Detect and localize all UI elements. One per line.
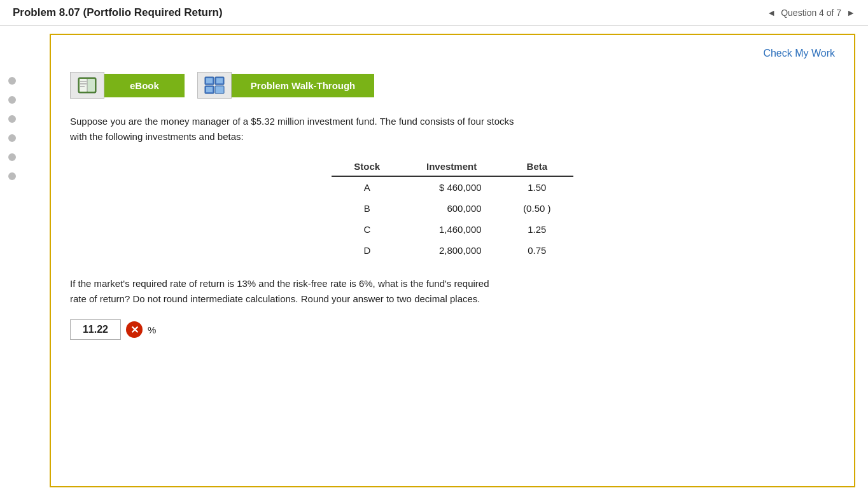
answer-input[interactable] [70,319,121,340]
next-arrow[interactable]: ► [846,8,855,18]
question-text: If the market's required rate of return … [70,276,835,307]
col-header-beta: Beta [501,157,573,176]
svg-rect-13 [206,87,213,92]
nav-dot [8,115,16,123]
table-row: B600,000(0.50 ) [332,198,573,219]
col-header-investment: Investment [403,157,501,176]
cell-beta: 1.50 [501,176,573,198]
main-content: Check My Work [50,34,855,487]
svg-rect-10 [215,86,224,94]
walkthrough-button[interactable]: Problem Walk-Through [197,72,374,99]
table-row: A$ 460,0001.50 [332,176,573,198]
check-my-work-row: Check My Work [70,48,835,59]
nav-dot [8,96,16,104]
table-container: Stock Investment Beta A$ 460,0001.50B600… [70,157,835,261]
walkthrough-icon [197,72,232,99]
svg-rect-6 [80,86,85,87]
cell-stock: A [332,176,403,198]
error-icon: ✕ [126,321,143,338]
cell-stock: C [332,219,403,240]
nav-dot [8,77,16,85]
cell-beta: (0.50 ) [501,198,573,219]
table-row: C1,460,0001.25 [332,219,573,240]
walkthrough-label: Problem Walk-Through [232,74,374,97]
nav-dot [8,153,16,161]
answer-row: ✕ % [70,319,835,340]
nav-dot [8,134,16,142]
ebook-button[interactable]: eBook [70,72,185,99]
cell-stock: D [332,240,403,261]
svg-rect-2 [87,79,95,92]
percent-label: % [148,324,156,335]
col-header-stock: Stock [332,157,403,176]
prev-arrow[interactable]: ◄ [767,8,776,18]
svg-rect-12 [216,78,223,83]
data-table: Stock Investment Beta A$ 460,0001.50B600… [332,157,573,261]
problem-title: Problem 8.07 (Portfolio Required Return) [13,6,223,19]
table-row: D2,800,0000.75 [332,240,573,261]
cell-beta: 1.25 [501,219,573,240]
svg-rect-11 [206,78,213,83]
cell-stock: B [332,198,403,219]
top-bar: Problem 8.07 (Portfolio Required Return)… [0,0,868,26]
cell-investment: 1,460,000 [403,219,501,240]
problem-text-1: Suppose you are the money manager of a $… [70,114,835,144]
question-nav-label: Question 4 of 7 [781,8,841,18]
ebook-icon [70,72,104,99]
button-row: eBook Pro [70,72,835,99]
cell-investment: 2,800,000 [403,240,501,261]
cell-beta: 0.75 [501,240,573,261]
question-nav: ◄ Question 4 of 7 ► [767,8,855,18]
cell-investment: 600,000 [403,198,501,219]
nav-dot [8,172,16,180]
check-my-work-link[interactable]: Check My Work [763,48,835,59]
svg-rect-4 [80,81,87,82]
ebook-label: eBook [104,74,185,97]
cell-investment: $ 460,000 [403,176,501,198]
svg-rect-5 [80,83,87,85]
